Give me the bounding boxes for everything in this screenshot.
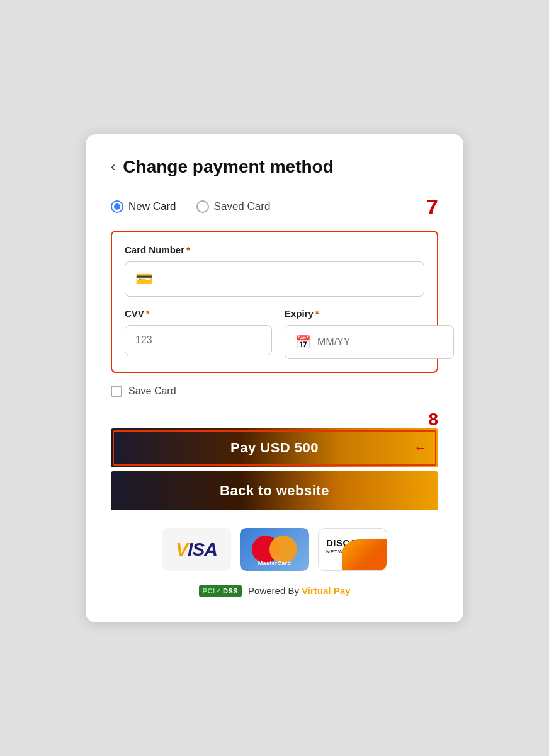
header: ‹ Change payment method (111, 157, 438, 177)
discover-logo: DISCOVER NETWORK (318, 528, 387, 571)
annotation-8: 8 (428, 411, 438, 428)
expiry-field: Expiry* 📅 (285, 308, 454, 359)
radio-new-card[interactable] (111, 200, 123, 213)
mastercard-logo: MasterCard (240, 528, 309, 571)
card-form-section: Card Number* 💳 CVV* Expiry* 📅 (111, 231, 438, 373)
cvv-input[interactable] (135, 335, 261, 346)
card-number-input[interactable] (159, 273, 414, 285)
calendar-icon: 📅 (295, 335, 311, 350)
card-number-input-wrapper[interactable]: 💳 (125, 261, 424, 297)
cvv-input-wrapper[interactable] (125, 325, 272, 355)
powered-by-row: PCI✓ DSS Powered By Virtual Pay (111, 585, 438, 597)
back-to-website-label: Back to website (220, 483, 329, 498)
tab-new-card[interactable]: New Card (111, 200, 176, 213)
credit-card-icon: 💳 (135, 271, 152, 287)
tab-new-card-label: New Card (128, 200, 176, 213)
cvv-expiry-row: CVV* Expiry* 📅 (125, 308, 424, 359)
visa-logo: VISA (162, 528, 231, 571)
payment-modal: ‹ Change payment method New Card Saved C… (86, 134, 463, 622)
page-title: Change payment method (123, 157, 333, 177)
pay-button-row: 8 Pay USD 500 ← (111, 411, 438, 467)
pay-button[interactable]: Pay USD 500 ← (111, 428, 438, 467)
arrow-left-icon: ← (414, 440, 427, 455)
tab-saved-card[interactable]: Saved Card (196, 200, 271, 213)
back-to-website-button[interactable]: Back to website (111, 471, 438, 510)
save-card-checkbox[interactable] (111, 386, 122, 397)
annotation-7: 7 (426, 195, 438, 219)
pci-badge: PCI✓ DSS (199, 585, 242, 597)
card-logos: VISA MasterCard DISCOVER NETWORK (111, 528, 438, 571)
save-card-row: Save Card (111, 386, 438, 397)
cvv-field: CVV* (125, 308, 272, 359)
expiry-input-wrapper[interactable]: 📅 (285, 325, 454, 359)
expiry-label: Expiry* (285, 308, 454, 319)
cvv-label: CVV* (125, 308, 272, 319)
pay-button-label: Pay USD 500 (230, 440, 319, 456)
save-card-label: Save Card (128, 386, 176, 397)
tab-saved-card-label: Saved Card (214, 200, 271, 213)
powered-by-text: Powered By Virtual Pay (248, 585, 350, 596)
card-number-label: Card Number* (125, 244, 424, 255)
expiry-input[interactable] (317, 336, 443, 348)
radio-saved-card[interactable] (196, 200, 209, 213)
back-icon-button[interactable]: ‹ (111, 160, 115, 174)
tabs-row: New Card Saved Card 7 (111, 195, 438, 219)
